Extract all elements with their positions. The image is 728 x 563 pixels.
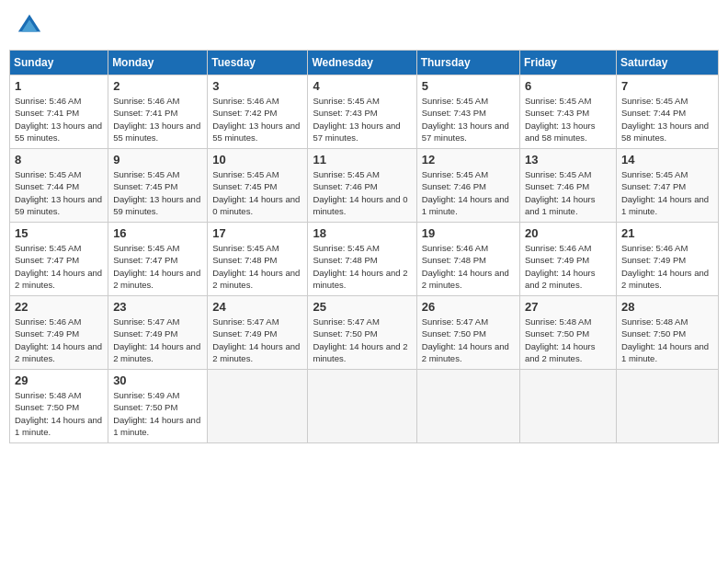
day-content: Sunrise: 5:47 AMSunset: 7:49 PMDaylight:… [212,316,302,364]
day-content: Sunrise: 5:46 AMSunset: 7:49 PMDaylight:… [15,316,103,364]
logo-icon [17,13,42,39]
day-number: 6 [525,79,611,93]
day-number: 23 [113,300,202,314]
day-content: Sunrise: 5:45 AMSunset: 7:46 PMDaylight:… [525,168,611,217]
calendar-cell [416,370,519,443]
calendar-cell: 9Sunrise: 5:45 AMSunset: 7:45 PMDaylight… [108,149,208,223]
calendar-cell: 17Sunrise: 5:45 AMSunset: 7:48 PMDayligh… [208,223,308,296]
calendar-cell: 11Sunrise: 5:45 AMSunset: 7:46 PMDayligh… [308,149,416,223]
column-header-sunday: Sunday [10,51,108,75]
day-number: 30 [113,373,202,387]
calendar-cell: 3Sunrise: 5:46 AMSunset: 7:42 PMDaylight… [208,75,308,149]
day-content: Sunrise: 5:45 AMSunset: 7:45 PMDaylight:… [113,168,202,217]
day-number: 22 [15,300,103,314]
day-content: Sunrise: 5:47 AMSunset: 7:50 PMDaylight:… [422,316,515,364]
logo [17,13,46,39]
calendar-cell: 10Sunrise: 5:45 AMSunset: 7:45 PMDayligh… [208,149,308,223]
day-content: Sunrise: 5:45 AMSunset: 7:44 PMDaylight:… [15,168,103,217]
day-content: Sunrise: 5:47 AMSunset: 7:49 PMDaylight:… [113,316,202,364]
day-content: Sunrise: 5:45 AMSunset: 7:48 PMDaylight:… [313,242,411,291]
day-content: Sunrise: 5:45 AMSunset: 7:48 PMDaylight:… [212,242,302,291]
calendar-cell: 24Sunrise: 5:47 AMSunset: 7:49 PMDayligh… [208,296,308,370]
day-content: Sunrise: 5:45 AMSunset: 7:45 PMDaylight:… [212,168,302,217]
day-content: Sunrise: 5:45 AMSunset: 7:43 PMDaylight:… [422,95,515,144]
day-number: 3 [212,79,302,93]
calendar-cell [519,370,616,443]
day-content: Sunrise: 5:46 AMSunset: 7:48 PMDaylight:… [422,242,515,291]
column-header-tuesday: Tuesday [208,51,308,75]
calendar-cell: 13Sunrise: 5:45 AMSunset: 7:46 PMDayligh… [519,149,616,223]
day-number: 10 [212,153,302,167]
calendar-cell [308,370,416,443]
calendar-cell: 15Sunrise: 5:45 AMSunset: 7:47 PMDayligh… [10,223,108,296]
column-header-monday: Monday [108,51,208,75]
day-content: Sunrise: 5:46 AMSunset: 7:49 PMDaylight:… [621,242,713,291]
day-number: 24 [212,300,302,314]
day-content: Sunrise: 5:45 AMSunset: 7:47 PMDaylight:… [15,242,103,291]
calendar-cell: 7Sunrise: 5:45 AMSunset: 7:44 PMDaylight… [616,75,718,149]
day-content: Sunrise: 5:45 AMSunset: 7:43 PMDaylight:… [525,95,611,144]
day-content: Sunrise: 5:46 AMSunset: 7:42 PMDaylight:… [212,95,302,144]
column-header-saturday: Saturday [616,51,718,75]
calendar-cell: 2Sunrise: 5:46 AMSunset: 7:41 PMDaylight… [108,75,208,149]
calendar-week-0: 1Sunrise: 5:46 AMSunset: 7:41 PMDaylight… [10,75,719,149]
day-content: Sunrise: 5:46 AMSunset: 7:41 PMDaylight:… [15,95,103,144]
calendar-cell: 12Sunrise: 5:45 AMSunset: 7:46 PMDayligh… [416,149,519,223]
day-number: 21 [621,226,713,240]
calendar-cell: 27Sunrise: 5:48 AMSunset: 7:50 PMDayligh… [519,296,616,370]
calendar-cell: 4Sunrise: 5:45 AMSunset: 7:43 PMDaylight… [308,75,416,149]
calendar-cell: 19Sunrise: 5:46 AMSunset: 7:48 PMDayligh… [416,223,519,296]
calendar-cell: 18Sunrise: 5:45 AMSunset: 7:48 PMDayligh… [308,223,416,296]
calendar-week-3: 22Sunrise: 5:46 AMSunset: 7:49 PMDayligh… [10,296,719,370]
day-number: 8 [15,153,103,167]
day-number: 16 [113,226,202,240]
day-number: 17 [212,226,302,240]
calendar-week-4: 29Sunrise: 5:48 AMSunset: 7:50 PMDayligh… [10,370,719,443]
day-number: 15 [15,226,103,240]
day-number: 18 [313,226,411,240]
day-content: Sunrise: 5:45 AMSunset: 7:46 PMDaylight:… [313,168,411,217]
calendar-cell [208,370,308,443]
day-number: 12 [422,153,515,167]
day-number: 26 [422,300,515,314]
calendar-cell: 25Sunrise: 5:47 AMSunset: 7:50 PMDayligh… [308,296,416,370]
day-number: 5 [422,79,515,93]
day-number: 1 [15,79,103,93]
day-number: 4 [313,79,411,93]
day-number: 11 [313,153,411,167]
calendar-cell: 16Sunrise: 5:45 AMSunset: 7:47 PMDayligh… [108,223,208,296]
day-number: 27 [525,300,611,314]
day-number: 2 [113,79,202,93]
day-number: 28 [621,300,713,314]
day-number: 13 [525,153,611,167]
day-number: 25 [313,300,411,314]
calendar-cell: 21Sunrise: 5:46 AMSunset: 7:49 PMDayligh… [616,223,718,296]
day-content: Sunrise: 5:48 AMSunset: 7:50 PMDaylight:… [525,316,611,364]
calendar-header-row: SundayMondayTuesdayWednesdayThursdayFrid… [10,51,719,75]
calendar-cell: 5Sunrise: 5:45 AMSunset: 7:43 PMDaylight… [416,75,519,149]
page-header [9,9,719,42]
calendar-cell: 26Sunrise: 5:47 AMSunset: 7:50 PMDayligh… [416,296,519,370]
day-content: Sunrise: 5:45 AMSunset: 7:43 PMDaylight:… [313,95,411,144]
day-number: 14 [621,153,713,167]
day-number: 29 [15,373,103,387]
calendar-week-2: 15Sunrise: 5:45 AMSunset: 7:47 PMDayligh… [10,223,719,296]
calendar-cell: 6Sunrise: 5:45 AMSunset: 7:43 PMDaylight… [519,75,616,149]
day-number: 7 [621,79,713,93]
calendar-week-1: 8Sunrise: 5:45 AMSunset: 7:44 PMDaylight… [10,149,719,223]
day-content: Sunrise: 5:49 AMSunset: 7:50 PMDaylight:… [113,389,202,438]
calendar-cell [616,370,718,443]
day-content: Sunrise: 5:45 AMSunset: 7:46 PMDaylight:… [422,168,515,217]
day-content: Sunrise: 5:48 AMSunset: 7:50 PMDaylight:… [15,389,103,438]
calendar-cell: 23Sunrise: 5:47 AMSunset: 7:49 PMDayligh… [108,296,208,370]
calendar-cell: 29Sunrise: 5:48 AMSunset: 7:50 PMDayligh… [10,370,108,443]
day-number: 19 [422,226,515,240]
day-content: Sunrise: 5:46 AMSunset: 7:49 PMDaylight:… [525,242,611,291]
calendar-cell: 22Sunrise: 5:46 AMSunset: 7:49 PMDayligh… [10,296,108,370]
day-content: Sunrise: 5:46 AMSunset: 7:41 PMDaylight:… [113,95,202,144]
calendar-cell: 30Sunrise: 5:49 AMSunset: 7:50 PMDayligh… [108,370,208,443]
calendar-cell: 14Sunrise: 5:45 AMSunset: 7:47 PMDayligh… [616,149,718,223]
day-content: Sunrise: 5:45 AMSunset: 7:44 PMDaylight:… [621,95,713,144]
day-content: Sunrise: 5:47 AMSunset: 7:50 PMDaylight:… [313,316,411,364]
column-header-thursday: Thursday [416,51,519,75]
